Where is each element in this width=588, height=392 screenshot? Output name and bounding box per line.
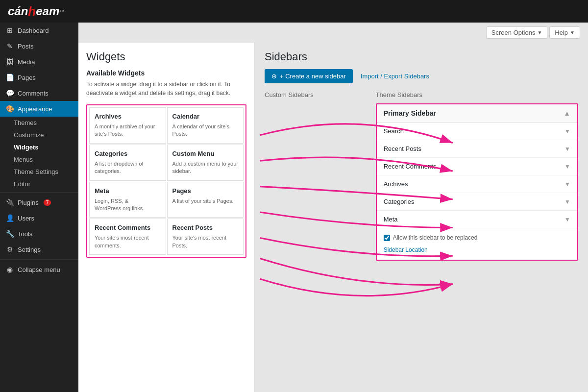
sidebar-item-tools[interactable]: 🔧 Tools	[0, 226, 78, 242]
widget-card-pages[interactable]: Pages A list of your site's Pages.	[167, 182, 244, 218]
chevron-down-icon-archives: ▼	[564, 181, 570, 188]
dashboard-icon: ⊞	[6, 26, 14, 34]
sidebar-sub-theme-settings[interactable]: Theme Settings	[0, 166, 78, 178]
custom-sidebars-title: Custom Sidebars	[265, 91, 366, 98]
sidebar-item-comments[interactable]: 💬 Comments	[0, 85, 78, 101]
pages-icon: 📄	[6, 74, 14, 81]
sidebar-item-settings[interactable]: ⚙ Settings	[0, 242, 78, 257]
sidebars-columns: Custom Sidebars Theme Sidebars Primary S…	[265, 91, 578, 261]
theme-sidebars-title: Theme Sidebars	[376, 91, 578, 98]
chevron-down-icon-meta: ▼	[564, 216, 570, 223]
sidebar-sub-menus[interactable]: Menus	[0, 153, 78, 166]
widgets-grid: Archives A monthly archive of your site'…	[86, 104, 246, 258]
sidebars-panel: Sidebars ⊕ + Create a new sidebar Import…	[255, 43, 588, 392]
sidebar-widget-categories[interactable]: Categories ▼	[377, 193, 577, 211]
chevron-down-icon: ▼	[537, 30, 542, 35]
sidebar-item-posts[interactable]: ✎ Posts	[0, 38, 78, 54]
logo-text-eam: eam	[36, 4, 59, 18]
allow-replace-label[interactable]: Allow this sidebar to be replaced	[384, 234, 570, 241]
sidebar-widget-archives[interactable]: Archives ▼	[377, 175, 577, 193]
sidebars-title: Sidebars	[265, 50, 578, 63]
widget-card-recent-comments[interactable]: Recent Comments Your site's most recent …	[89, 219, 166, 255]
sidebar-label-posts: Posts	[18, 43, 34, 50]
widget-card-custom-menu[interactable]: Custom Menu Add a custom menu to your si…	[167, 145, 244, 181]
content-header: Screen Options ▼ Help ▼	[78, 23, 588, 43]
sidebar-item-media[interactable]: 🖼 Media	[0, 54, 78, 70]
top-bar: cánheam™	[0, 0, 588, 23]
custom-sidebars-col: Custom Sidebars	[265, 91, 366, 261]
widgets-page-title: Widgets	[86, 50, 246, 63]
content-body: Widgets Available Widgets To activate a …	[78, 43, 588, 392]
sidebar-label-dashboard: Dashboard	[18, 27, 49, 34]
chevron-down-icon-recent-posts: ▼	[564, 146, 570, 152]
widget-card-meta[interactable]: Meta Login, RSS, & WordPress.org links.	[89, 182, 166, 218]
sidebar-widget-meta[interactable]: Meta ▼	[377, 211, 577, 228]
screen-options-button[interactable]: Screen Options ▼	[486, 26, 548, 39]
tools-icon: 🔧	[6, 230, 14, 238]
users-icon: 👤	[6, 214, 14, 222]
logo-heart: h	[28, 4, 36, 19]
widget-card-archives[interactable]: Archives A monthly archive of your site'…	[89, 107, 166, 144]
chevron-down-icon-search: ▼	[564, 128, 570, 135]
sidebar-footer: Allow this sidebar to be replaced Sideba…	[377, 228, 577, 260]
collapse-icon: ◉	[6, 266, 14, 273]
sidebar-item-users[interactable]: 👤 Users	[0, 210, 78, 226]
sidebar-sub-customize[interactable]: Customize	[0, 129, 78, 141]
theme-sidebars-col: Theme Sidebars Primary Sidebar ▲ Search …	[376, 91, 578, 261]
sidebar-item-dashboard[interactable]: ⊞ Dashboard	[0, 23, 78, 38]
sidebar-label-comments: Comments	[18, 90, 49, 97]
content-area: Screen Options ▼ Help ▼ Widgets Availabl…	[78, 23, 588, 392]
sidebar-label-media: Media	[18, 58, 35, 66]
chevron-down-icon-categories: ▼	[564, 198, 570, 205]
sidebar-widget-search[interactable]: Search ▼	[377, 122, 577, 140]
logo-text-can: cán	[8, 4, 28, 18]
plus-icon: ⊕	[271, 73, 277, 80]
chevron-up-icon: ▲	[564, 109, 570, 117]
sidebar-label-appearance: Appearance	[18, 105, 52, 113]
sidebar-item-collapse[interactable]: ◉ Collapse menu	[0, 262, 78, 277]
primary-sidebar-box: Primary Sidebar ▲ Search ▼ Recent Posts	[376, 103, 578, 261]
primary-sidebar-title: Primary Sidebar	[384, 109, 436, 117]
chevron-down-icon-recent-comments: ▼	[564, 163, 570, 170]
sidebars-actions: ⊕ + Create a new sidebar Import / Export…	[265, 69, 578, 83]
widget-card-recent-posts[interactable]: Recent Posts Your site's most recent Pos…	[167, 219, 244, 255]
plugins-icon: 🔌	[6, 198, 14, 206]
sidebar-sub-widgets[interactable]: Widgets	[0, 141, 78, 153]
posts-icon: ✎	[6, 42, 14, 50]
available-widgets-desc: To activate a widget drag it to a sideba…	[86, 80, 246, 98]
appearance-icon: 🎨	[6, 105, 14, 113]
sidebar-widget-recent-posts[interactable]: Recent Posts ▼	[377, 140, 577, 158]
main-layout: ⊞ Dashboard ✎ Posts 🖼 Media 📄 Pages 💬 Co…	[0, 23, 588, 392]
widget-card-categories[interactable]: Categories A list or dropdown of categor…	[89, 145, 166, 181]
sidebar-item-pages[interactable]: 📄 Pages	[0, 70, 78, 85]
comments-icon: 💬	[6, 89, 14, 97]
settings-icon: ⚙	[6, 245, 14, 253]
media-icon: 🖼	[6, 58, 14, 66]
plugins-badge: 7	[44, 199, 51, 206]
help-button[interactable]: Help ▼	[549, 26, 580, 39]
widgets-panel: Widgets Available Widgets To activate a …	[78, 43, 255, 392]
logo-tm: ™	[59, 9, 64, 14]
sidebar-nav: ⊞ Dashboard ✎ Posts 🖼 Media 📄 Pages 💬 Co…	[0, 23, 78, 392]
import-export-link[interactable]: Import / Export Sidebars	[361, 73, 429, 80]
allow-replace-checkbox[interactable]	[384, 235, 390, 241]
sidebar-item-plugins[interactable]: 🔌 Plugins 7	[0, 195, 78, 210]
sidebar-item-appearance[interactable]: 🎨 Appearance	[0, 101, 78, 117]
sidebar-location-link[interactable]: Sidebar Location	[384, 246, 428, 253]
create-sidebar-button[interactable]: ⊕ + Create a new sidebar	[265, 69, 353, 83]
available-widgets-title: Available Widgets	[86, 69, 246, 77]
sidebar-sub-themes[interactable]: Themes	[0, 117, 78, 129]
logo: cánheam™	[8, 4, 64, 19]
sidebar-label-pages: Pages	[18, 74, 36, 81]
chevron-down-icon-help: ▼	[570, 30, 575, 35]
sidebar-widget-recent-comments[interactable]: Recent Comments ▼	[377, 158, 577, 175]
sidebar-sub-editor[interactable]: Editor	[0, 178, 78, 190]
widget-card-calendar[interactable]: Calendar A calendar of your site's Posts…	[167, 107, 244, 144]
primary-sidebar-header: Primary Sidebar ▲	[377, 104, 577, 122]
